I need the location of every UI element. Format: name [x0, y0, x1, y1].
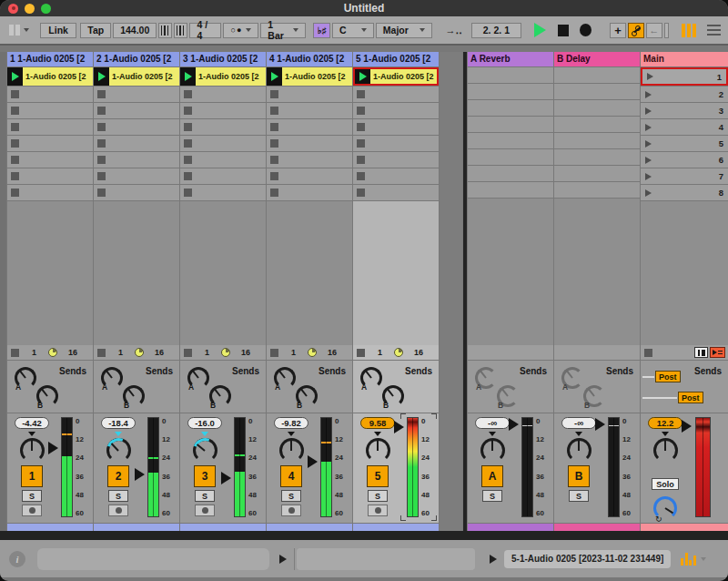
chevron-down-icon[interactable] — [24, 28, 29, 32]
clip-drop-area[interactable] — [94, 201, 179, 345]
volume-fader-handle[interactable] — [394, 421, 404, 433]
clip-stop-button[interactable] — [11, 156, 19, 164]
scene-launch-icon[interactable] — [645, 189, 652, 197]
send-a-knob[interactable]: A — [561, 367, 583, 389]
solo-button[interactable]: S — [108, 490, 128, 502]
nudge-up-button[interactable] — [174, 23, 187, 38]
clip-stop-button[interactable] — [184, 189, 192, 197]
clip-stop-button[interactable] — [357, 172, 365, 180]
clip-stop-button[interactable] — [11, 349, 19, 357]
time-signature-field[interactable]: 4 / 4 — [189, 23, 221, 38]
clip-stop-button[interactable] — [270, 139, 278, 148]
clip-slot[interactable] — [554, 182, 640, 198]
volume-display[interactable]: -9.82 — [274, 417, 308, 429]
clip-stop-button[interactable] — [184, 107, 192, 115]
send-b-knob[interactable]: B — [36, 385, 58, 407]
root-note-menu[interactable]: C — [332, 23, 374, 38]
send-a-knob[interactable]: A — [15, 367, 36, 389]
clip-stop-button[interactable] — [357, 123, 365, 131]
volume-fader-handle[interactable] — [682, 420, 692, 433]
clip-slot[interactable] — [554, 117, 640, 132]
send-b-knob[interactable]: B — [583, 385, 605, 407]
clip-stop-button[interactable] — [97, 156, 106, 164]
clip-slot[interactable] — [7, 168, 93, 184]
return-track-header[interactable]: A Reverb — [468, 52, 553, 66]
automation-arm-button[interactable] — [628, 23, 644, 38]
nudge-down-button[interactable] — [158, 23, 172, 38]
cue-volume-knob[interactable]: ↻ — [653, 496, 677, 520]
pan-knob[interactable] — [106, 438, 131, 463]
cpu-meter-icon[interactable] — [682, 24, 696, 37]
track-activator-button[interactable]: A — [481, 465, 503, 487]
overdub-button[interactable]: + — [610, 23, 626, 38]
scene-launch-icon[interactable] — [645, 91, 652, 98]
metronome-button[interactable]: ○● — [223, 23, 258, 38]
clip-play-icon[interactable] — [267, 67, 282, 86]
clip-slot[interactable] — [267, 168, 352, 184]
clip-stop-button[interactable] — [270, 172, 278, 180]
preview-play-icon[interactable] — [279, 555, 287, 564]
pan-knob[interactable] — [20, 438, 45, 463]
clip-slot-playing[interactable]: 1-Audio 0205 [2 — [267, 67, 352, 86]
clip-slot-playing[interactable]: 1-Audio 0205 [2 — [7, 67, 93, 86]
post-toggle-a[interactable]: Post — [655, 371, 681, 382]
scene-launch-icon[interactable] — [645, 157, 652, 164]
send-b-knob[interactable]: B — [209, 385, 231, 407]
clip-stop-button[interactable] — [11, 189, 19, 197]
solo-button[interactable]: S — [569, 490, 589, 502]
clip-slot[interactable] — [7, 185, 93, 200]
scene-launch-icon[interactable] — [645, 107, 652, 115]
volume-display[interactable]: -16.0 — [187, 417, 222, 429]
clip-stop-button[interactable] — [357, 90, 365, 98]
clip-stop-button[interactable] — [270, 90, 278, 98]
solo-button[interactable]: S — [22, 490, 42, 502]
clip-slot[interactable] — [468, 133, 553, 148]
clip-slot[interactable] — [94, 119, 179, 135]
track-header[interactable]: 2 1-Audio 0205 [2 — [94, 52, 179, 66]
clip-slot-playing[interactable]: 1-Audio 0205 [2 — [94, 67, 179, 86]
clip-slot[interactable] — [468, 100, 553, 116]
return-track-header[interactable]: B Delay — [554, 52, 640, 66]
send-a-knob[interactable]: A — [475, 367, 497, 389]
clip-stop-button[interactable] — [11, 107, 19, 115]
clip-slot[interactable] — [267, 87, 352, 102]
menu-icon[interactable] — [707, 25, 721, 36]
clip-slot[interactable] — [468, 67, 553, 83]
re-enable-automation-button[interactable]: ← — [646, 23, 662, 38]
clip-stop-button[interactable] — [184, 156, 192, 164]
clip-stop-button[interactable] — [270, 156, 278, 164]
clip-slot[interactable] — [353, 185, 439, 200]
track-activator-button[interactable]: 4 — [280, 465, 302, 487]
clip-slot[interactable] — [180, 152, 266, 168]
send-b-knob[interactable]: B — [497, 385, 519, 407]
recorded-file-name[interactable]: 5-1-Audio 0205 [2023-11-02 231449] — [504, 550, 671, 568]
clip-stop-button[interactable] — [357, 189, 365, 197]
scene-row[interactable]: 5 — [641, 136, 728, 151]
clip-drop-area[interactable] — [180, 201, 266, 345]
stop-all-clips-button[interactable] — [644, 349, 652, 357]
clip-drop-area[interactable] — [267, 201, 352, 345]
clip-slot[interactable] — [353, 152, 439, 168]
main-track-header[interactable]: Main — [641, 52, 728, 66]
clip-drop-area[interactable] — [353, 201, 439, 345]
tempo-field[interactable]: 144.00 — [113, 23, 157, 38]
solo-button[interactable]: S — [281, 490, 301, 502]
send-a-knob[interactable]: A — [101, 367, 123, 389]
clip-slot[interactable] — [94, 152, 179, 168]
clip-slot[interactable] — [554, 67, 640, 83]
clip-slot[interactable] — [94, 136, 179, 151]
clip-slot[interactable] — [180, 185, 266, 200]
clip-stop-button[interactable] — [97, 107, 106, 115]
clip-stop-button[interactable] — [11, 172, 19, 180]
solo-button[interactable]: Solo — [652, 478, 679, 490]
send-a-knob[interactable]: A — [274, 367, 296, 389]
track-header[interactable]: 4 1-Audio 0205 [2 — [267, 52, 352, 66]
send-a-knob[interactable]: A — [187, 367, 209, 389]
scene-launch-icon[interactable] — [645, 173, 652, 180]
clip-slot[interactable] — [180, 168, 266, 184]
clip-slot[interactable] — [554, 133, 640, 148]
clip-slot[interactable] — [468, 117, 553, 132]
volume-display[interactable]: -4.42 — [15, 417, 49, 429]
clip-stop-button[interactable] — [97, 123, 106, 131]
clip-slot[interactable] — [267, 103, 352, 118]
